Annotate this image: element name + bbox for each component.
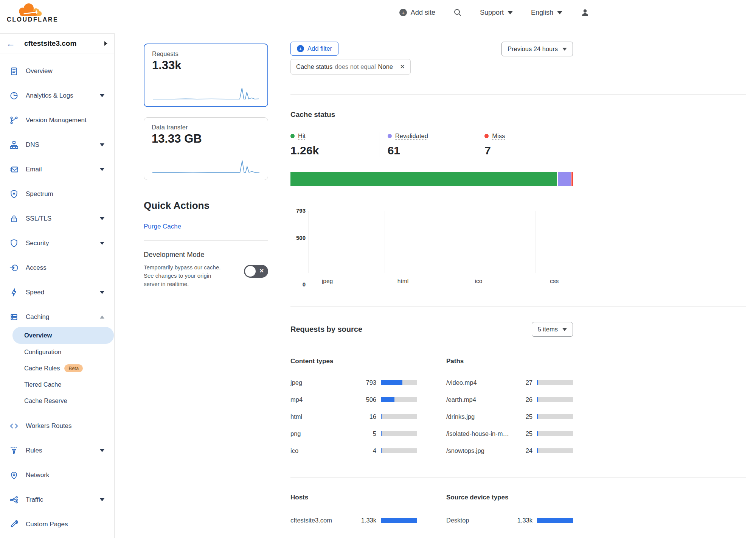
sidebar-item-access[interactable]: Access [0, 255, 114, 280]
remove-filter-icon[interactable]: ✕ [400, 63, 405, 71]
table-row[interactable]: /drinks.jpg 25 [446, 408, 573, 425]
sidebar-item-caching[interactable]: Caching [0, 305, 114, 329]
table-row[interactable]: /earth.mp4 26 [446, 391, 573, 408]
sidebar-item-version-management[interactable]: Version Management [0, 108, 114, 132]
table-row[interactable]: html 16 [290, 408, 417, 425]
table-row[interactable]: /video.mp4 27 [446, 374, 573, 391]
sidebar-item-workers-routes[interactable]: Workers Routes [0, 414, 114, 438]
back-arrow-icon[interactable]: ← [6, 39, 15, 48]
table-row[interactable]: /isolated-house-in-mo... 25 [446, 425, 573, 442]
chevron-down-icon [100, 168, 104, 171]
plus-icon: + [399, 9, 407, 16]
miss-dot-icon [484, 134, 489, 138]
cloudflare-logo[interactable]: CLOUDFLARE [7, 2, 54, 23]
items-count-select[interactable]: 5 items [532, 322, 573, 337]
data-transfer-card-label: Data transfer [152, 124, 260, 131]
add-filter-button[interactable]: + Add filter [290, 42, 338, 56]
sidebar-item-traffic[interactable]: Traffic [0, 487, 114, 512]
hit-label[interactable]: Hit [298, 132, 306, 140]
top-bar: CLOUDFLARE + Add site Support English [0, 0, 756, 33]
table-row[interactable]: Desktop 1.33k [446, 512, 573, 529]
table-row[interactable]: cftestsite3.com 1.33k [290, 512, 417, 529]
filter-chip[interactable]: Cache status does not equal None ✕ [290, 59, 411, 75]
value-bar [381, 414, 417, 419]
sidebar-item-custom-pages[interactable]: Custom Pages [0, 512, 114, 536]
sidebar-item-email[interactable]: Email [0, 157, 114, 182]
time-range-select[interactable]: Previous 24 hours [501, 42, 573, 56]
cache-status-stats: Hit 1.26k Revalidated 61 [290, 132, 573, 157]
add-site-button[interactable]: + Add site [399, 9, 435, 17]
shield-icon [9, 238, 19, 248]
sidebar-item-cache-reserve[interactable]: Cache Reserve [0, 393, 114, 409]
data-transfer-card[interactable]: Data transfer 13.33 GB [144, 117, 268, 180]
revalidated-value: 61 [388, 144, 476, 157]
sidebar-item-cache-rules[interactable]: Cache Rules Beta [0, 360, 114, 376]
login-arrow-icon [9, 263, 19, 273]
analytics-panel: + Add filter Cache status does not equal… [277, 33, 746, 538]
hosts-title: Hosts [290, 494, 417, 501]
miss-segment [571, 172, 573, 186]
requests-card[interactable]: Requests 1.33k [144, 44, 268, 107]
sidebar-item-rules[interactable]: Rules [0, 438, 114, 463]
x-axis-labels: jpeg html ico css [309, 278, 573, 285]
gridline [460, 211, 460, 273]
x-tick-jpeg: jpeg [310, 278, 344, 285]
sidebar-item-security[interactable]: Security [0, 231, 114, 255]
requests-by-source-section: Requests by source 5 items Content types… [290, 307, 746, 529]
chevron-down-icon [100, 242, 104, 245]
sitemap-icon [9, 140, 19, 150]
revalidated-dot-icon [388, 134, 392, 138]
account-button[interactable] [581, 8, 590, 17]
gridline [535, 211, 536, 273]
sidebar-item-overview[interactable]: Overview [0, 59, 114, 83]
language-menu[interactable]: English [531, 9, 562, 17]
value-bar [381, 518, 417, 523]
support-menu[interactable]: Support [480, 9, 513, 17]
data-transfer-card-value: 13.33 GB [152, 132, 260, 146]
divider [144, 240, 268, 241]
language-label: English [531, 9, 553, 17]
value-bar [537, 518, 573, 523]
sidebar-item-caching-configuration[interactable]: Configuration [0, 344, 114, 360]
site-header: ← cftestsite3.com [0, 34, 114, 53]
table-row[interactable]: png 5 [290, 425, 417, 442]
purge-cache-link[interactable]: Purge Cache [144, 223, 181, 230]
site-switcher-icon[interactable] [104, 41, 107, 46]
plus-icon: + [297, 45, 304, 52]
quick-actions-title: Quick Actions [144, 200, 268, 211]
sidebar-item-network[interactable]: Network [0, 463, 114, 487]
site-name: cftestsite3.com [24, 39, 104, 48]
chevron-down-icon [100, 498, 104, 501]
sidebar-item-spectrum[interactable]: Spectrum [0, 182, 114, 206]
paths-table: Paths /video.mp4 27 /earth.mp4 26 [432, 358, 573, 459]
miss-label[interactable]: Miss [492, 132, 505, 140]
beta-badge: Beta [64, 364, 83, 372]
gridline [385, 211, 385, 273]
sidebar-item-tiered-cache[interactable]: Tiered Cache [0, 376, 114, 393]
chevron-down-icon [100, 449, 104, 452]
sidebar-item-analytics-logs[interactable]: Analytics & Logs [0, 83, 114, 108]
sidebar-item-dns[interactable]: DNS [0, 132, 114, 157]
revalidated-label[interactable]: Revalidated [395, 132, 428, 140]
table-row[interactable]: ico 4 [290, 442, 417, 459]
sidebar-item-caching-overview[interactable]: Overview [12, 327, 114, 344]
cloudflare-cloud-icon [14, 2, 47, 17]
development-mode-toggle[interactable]: ✕ [244, 265, 268, 278]
chevron-down-icon [508, 11, 513, 14]
value-bar [537, 431, 573, 436]
top-right-menu: + Add site Support English [399, 0, 590, 25]
development-mode-title: Development Mode [144, 250, 268, 259]
add-site-label: Add site [411, 9, 435, 17]
table-row[interactable]: /snowtops.jpg 24 [446, 442, 573, 459]
table-row[interactable]: mp4 506 [290, 391, 417, 408]
sidebar-item-speed[interactable]: Speed [0, 280, 114, 305]
chevron-down-icon [100, 217, 104, 220]
y-tick: 793 [290, 207, 306, 214]
stat-revalidated: Revalidated 61 [379, 132, 476, 157]
miss-value: 7 [484, 144, 573, 157]
sidebar-item-ssl-tls[interactable]: SSL/TLS [0, 206, 114, 231]
table-row[interactable]: jpeg 793 [290, 374, 417, 391]
search-button[interactable] [453, 8, 462, 17]
revalidated-segment [558, 172, 571, 186]
chevron-down-icon [562, 328, 567, 331]
